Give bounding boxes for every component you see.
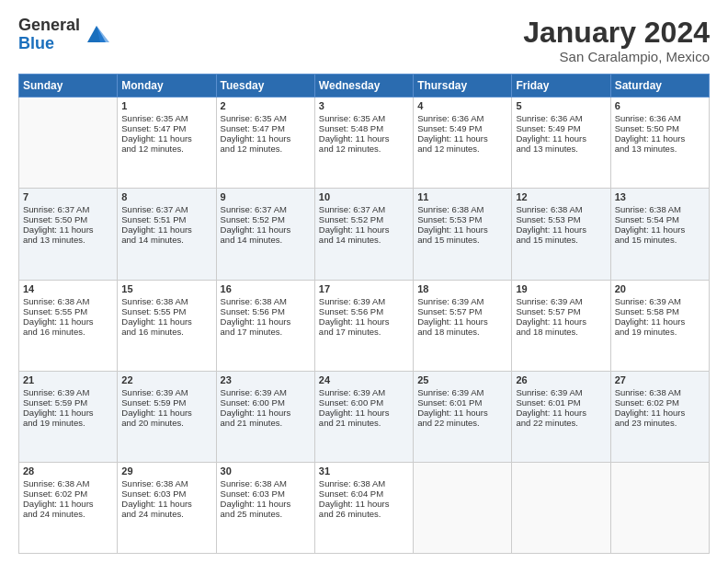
day-info-line: Sunset: 5:58 PM xyxy=(615,306,705,316)
day-info-line: Sunset: 6:01 PM xyxy=(417,397,507,408)
day-number: 18 xyxy=(417,283,507,294)
calendar-cell: 9Sunrise: 6:37 AMSunset: 5:52 PMDaylight… xyxy=(216,189,314,280)
title-block: January 2024 San Caralampio, Mexico xyxy=(523,17,710,64)
day-info-line: and 12 minutes. xyxy=(319,144,409,154)
calendar-day-header: Sunday xyxy=(19,75,118,98)
day-info-line: and 24 minutes. xyxy=(121,509,211,519)
calendar-cell: 15Sunrise: 6:38 AMSunset: 5:55 PMDayligh… xyxy=(118,280,216,371)
day-info-line: and 23 minutes. xyxy=(615,418,705,428)
day-info-line: Sunset: 5:59 PM xyxy=(121,397,211,408)
day-info-line: Sunset: 5:57 PM xyxy=(516,306,606,316)
calendar-cell: 26Sunrise: 6:39 AMSunset: 6:01 PMDayligh… xyxy=(512,371,610,462)
day-info-line: Daylight: 11 hours xyxy=(319,224,409,235)
calendar-cell: 21Sunrise: 6:39 AMSunset: 5:59 PMDayligh… xyxy=(19,371,118,462)
day-info-line: and 24 minutes. xyxy=(23,509,113,519)
day-info-line: and 13 minutes. xyxy=(23,235,113,245)
day-info-line: Daylight: 11 hours xyxy=(221,224,311,235)
day-info-line: Daylight: 11 hours xyxy=(615,133,705,144)
day-info-line: Daylight: 11 hours xyxy=(615,408,705,418)
day-info-line: Sunrise: 6:37 AM xyxy=(221,204,311,214)
calendar-cell: 2Sunrise: 6:35 AMSunset: 5:47 PMDaylight… xyxy=(216,98,314,189)
day-info-line: and 17 minutes. xyxy=(319,327,409,337)
day-info-line: Daylight: 11 hours xyxy=(319,408,409,418)
day-info-line: and 25 minutes. xyxy=(221,509,311,519)
calendar-cell xyxy=(512,462,610,553)
day-info-line: Sunset: 5:47 PM xyxy=(121,123,211,133)
day-info-line: Sunset: 5:56 PM xyxy=(319,306,409,316)
day-info-line: and 22 minutes. xyxy=(516,418,606,428)
calendar-cell: 6Sunrise: 6:36 AMSunset: 5:50 PMDaylight… xyxy=(610,98,709,189)
day-number: 30 xyxy=(221,465,311,477)
calendar-cell: 3Sunrise: 6:35 AMSunset: 5:48 PMDaylight… xyxy=(314,98,413,189)
day-info-line: Sunrise: 6:36 AM xyxy=(615,113,705,123)
calendar-week-row: 14Sunrise: 6:38 AMSunset: 5:55 PMDayligh… xyxy=(19,280,710,371)
day-info-line: Sunset: 5:56 PM xyxy=(221,306,311,316)
calendar-cell: 10Sunrise: 6:37 AMSunset: 5:52 PMDayligh… xyxy=(314,189,413,280)
day-info-line: and 22 minutes. xyxy=(417,418,507,428)
day-info-line: Daylight: 11 hours xyxy=(221,499,311,509)
page: General Blue January 2024 San Caralampio… xyxy=(0,0,728,563)
day-info-line: and 12 minutes. xyxy=(221,144,311,154)
day-info-line: Daylight: 11 hours xyxy=(23,224,113,235)
calendar-cell: 25Sunrise: 6:39 AMSunset: 6:01 PMDayligh… xyxy=(414,371,512,462)
day-number: 17 xyxy=(319,283,409,294)
day-number: 15 xyxy=(121,283,211,294)
day-number: 1 xyxy=(121,100,211,111)
calendar-cell: 5Sunrise: 6:36 AMSunset: 5:49 PMDaylight… xyxy=(512,98,610,189)
day-info-line: Daylight: 11 hours xyxy=(23,408,113,418)
calendar-cell: 22Sunrise: 6:39 AMSunset: 5:59 PMDayligh… xyxy=(118,371,216,462)
calendar-week-row: 21Sunrise: 6:39 AMSunset: 5:59 PMDayligh… xyxy=(19,371,710,462)
day-info-line: and 21 minutes. xyxy=(221,418,311,428)
day-info-line: Sunrise: 6:39 AM xyxy=(516,296,606,306)
day-number: 8 xyxy=(121,191,211,202)
day-number: 7 xyxy=(23,191,113,202)
calendar-cell: 28Sunrise: 6:38 AMSunset: 6:02 PMDayligh… xyxy=(19,462,118,553)
day-info-line: Daylight: 11 hours xyxy=(319,499,409,509)
day-info-line: Daylight: 11 hours xyxy=(417,408,507,418)
day-info-line: Daylight: 11 hours xyxy=(221,316,311,327)
day-info-line: Sunrise: 6:38 AM xyxy=(615,204,705,214)
day-info-line: Daylight: 11 hours xyxy=(516,133,606,144)
day-info-line: Sunrise: 6:38 AM xyxy=(221,296,311,306)
day-info-line: Sunrise: 6:39 AM xyxy=(516,387,606,397)
logo-general: General xyxy=(18,17,80,35)
day-number: 22 xyxy=(121,374,211,385)
calendar-day-header: Wednesday xyxy=(314,75,413,98)
day-info-line: Sunset: 6:01 PM xyxy=(516,397,606,408)
calendar-cell: 23Sunrise: 6:39 AMSunset: 6:00 PMDayligh… xyxy=(216,371,314,462)
day-info-line: Sunset: 6:00 PM xyxy=(221,397,311,408)
month-title: January 2024 xyxy=(523,17,710,49)
day-info-line: Daylight: 11 hours xyxy=(121,499,211,509)
day-info-line: Daylight: 11 hours xyxy=(319,133,409,144)
day-info-line: and 19 minutes. xyxy=(23,418,113,428)
calendar-day-header: Tuesday xyxy=(216,75,314,98)
calendar-cell: 20Sunrise: 6:39 AMSunset: 5:58 PMDayligh… xyxy=(610,280,709,371)
calendar-day-header: Monday xyxy=(118,75,216,98)
calendar-cell: 27Sunrise: 6:38 AMSunset: 6:02 PMDayligh… xyxy=(610,371,709,462)
day-info-line: Daylight: 11 hours xyxy=(516,224,606,235)
day-info-line: Sunrise: 6:39 AM xyxy=(319,296,409,306)
calendar-cell xyxy=(414,462,512,553)
day-info-line: Daylight: 11 hours xyxy=(417,316,507,327)
calendar-week-row: 7Sunrise: 6:37 AMSunset: 5:50 PMDaylight… xyxy=(19,189,710,280)
day-info-line: Sunset: 6:02 PM xyxy=(23,488,113,499)
day-number: 29 xyxy=(121,465,211,477)
day-number: 19 xyxy=(516,283,606,294)
day-info-line: Sunrise: 6:36 AM xyxy=(516,113,606,123)
day-info-line: and 17 minutes. xyxy=(221,327,311,337)
day-info-line: Sunset: 5:47 PM xyxy=(221,123,311,133)
day-info-line: Sunset: 5:49 PM xyxy=(516,123,606,133)
day-info-line: Daylight: 11 hours xyxy=(121,133,211,144)
calendar-day-header: Friday xyxy=(512,75,610,98)
day-info-line: Daylight: 11 hours xyxy=(221,408,311,418)
calendar-cell: 13Sunrise: 6:38 AMSunset: 5:54 PMDayligh… xyxy=(610,189,709,280)
day-info-line: and 21 minutes. xyxy=(319,418,409,428)
day-info-line: and 16 minutes. xyxy=(121,327,211,337)
day-info-line: and 18 minutes. xyxy=(516,327,606,337)
day-info-line: Sunrise: 6:37 AM xyxy=(23,204,113,214)
calendar-cell: 29Sunrise: 6:38 AMSunset: 6:03 PMDayligh… xyxy=(118,462,216,553)
day-info-line: Sunset: 6:04 PM xyxy=(319,488,409,499)
day-info-line: Sunrise: 6:38 AM xyxy=(615,387,705,397)
day-info-line: Sunrise: 6:38 AM xyxy=(121,478,211,488)
calendar-cell: 18Sunrise: 6:39 AMSunset: 5:57 PMDayligh… xyxy=(414,280,512,371)
